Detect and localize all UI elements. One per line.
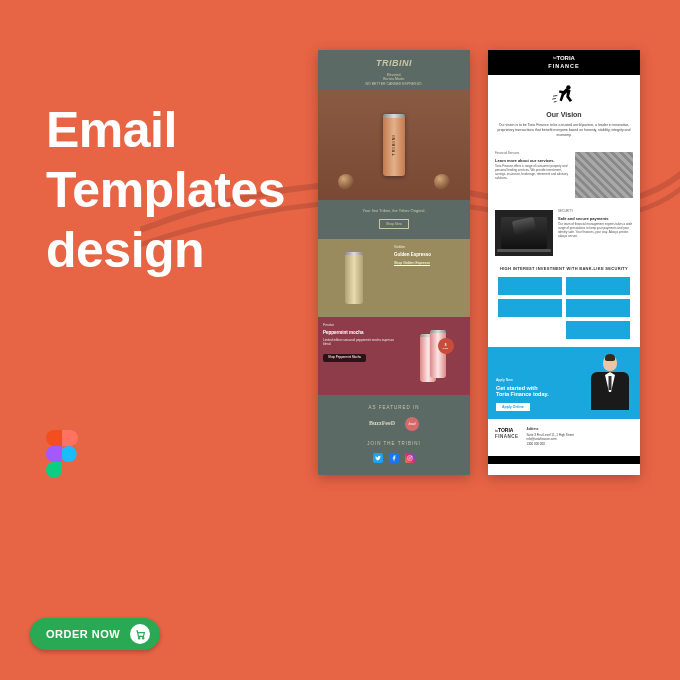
svg-point-0 [61, 446, 77, 462]
svg-point-4 [409, 457, 411, 459]
tribini-golden-row: Golden Golden Espresso Shop Golden Espre… [318, 239, 470, 317]
social-icons [322, 453, 466, 463]
twitter-icon[interactable] [373, 453, 383, 463]
buzzfeed-logo: BuzzFeeD [369, 420, 395, 428]
grid-heading: HIGH INTEREST INVESTMENT WITH BANK-LIKE … [488, 262, 640, 273]
figma-icon [46, 430, 78, 474]
shop-now-button[interactable]: Shop Now [379, 219, 409, 230]
template-tribini: TRIBINI Elevated. Barista Made. NO BETTE… [318, 50, 470, 475]
feature-box [498, 277, 562, 295]
businessman-image [588, 355, 632, 411]
office-image [575, 152, 633, 198]
headline: Email Templates design [46, 100, 285, 280]
shop-golden-link[interactable]: Shop Golden Espresso [394, 261, 465, 266]
pack-badge: 8 PACK [438, 338, 454, 354]
services-section: Financial Services Learn more about our … [488, 146, 640, 204]
tribini-header: TRIBINI Elevated. Barista Made. NO BETTE… [318, 50, 470, 90]
apply-banner: Apply Now Get started with Toria Finance… [488, 347, 640, 419]
security-section: SECURITY Safe and secure payments Our te… [488, 204, 640, 262]
svg-point-5 [411, 456, 412, 457]
tribini-peppermint-row: 8 PACK Festive Peppermint mocha Limited … [318, 317, 470, 395]
template-toria: toTORIA FINANCE Our Vision Our vision is… [488, 50, 640, 475]
cart-icon [130, 624, 150, 644]
laptop-image [495, 210, 553, 256]
order-now-label: ORDER NOW [46, 628, 120, 640]
order-now-button[interactable]: ORDER NOW [30, 618, 160, 650]
facebook-icon[interactable] [389, 453, 399, 463]
feature-box [498, 299, 562, 317]
tribini-cta-block: Your first Tribini, the Tribini Original… [318, 200, 470, 239]
feature-box [566, 321, 630, 339]
tribini-footer: AS FEATURED IN BuzzFeeD food JOIN THE TR… [318, 395, 470, 475]
svg-point-2 [142, 637, 143, 638]
toria-footer: toTORIA FINANCE Address Suite 3 First Le… [488, 419, 640, 456]
food-logo: food [405, 417, 419, 431]
runner-icon [549, 83, 579, 105]
toria-header: toTORIA FINANCE [488, 50, 640, 75]
svg-point-1 [138, 637, 139, 638]
feature-box [566, 299, 630, 317]
feature-grid [488, 273, 640, 347]
feature-box [566, 277, 630, 295]
vision-section: Our Vision Our vision is to be Toria Fin… [488, 75, 640, 146]
template-previews: TRIBINI Elevated. Barista Made. NO BETTE… [318, 50, 640, 475]
tribini-hero-image: TRIBINI [318, 90, 470, 200]
instagram-icon[interactable] [405, 453, 415, 463]
shop-peppermint-button[interactable]: Shop Peppermint Mocha [323, 354, 366, 362]
apply-online-button[interactable]: Apply Online [496, 403, 530, 412]
